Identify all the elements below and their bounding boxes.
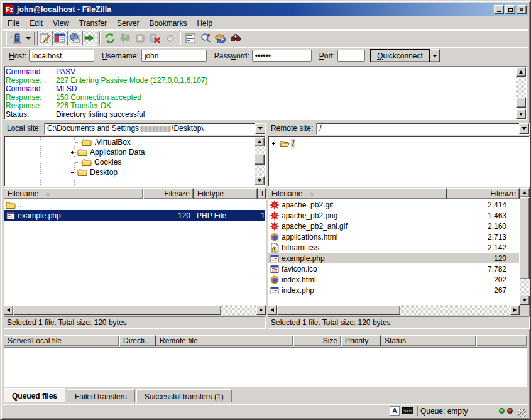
disconnect-button[interactable] [148,31,163,46]
column-header-filetype[interactable]: Filetype [194,188,258,199]
refresh-button[interactable] [102,31,118,46]
file-row[interactable]: apache_pb2.png 1,463 [268,210,519,221]
resize-grip[interactable] [518,409,526,417]
local-hscrollbar[interactable] [4,305,266,315]
directory-comparison-button[interactable] [198,31,213,46]
port-label: Port: [319,52,335,60]
column-header-remote-file[interactable]: Remote file [156,335,293,346]
menu-server[interactable]: Server [112,18,144,29]
local-site-combo[interactable]: C:\Documents and Settings\Desktop\ [44,123,266,135]
quickconnect-button[interactable]: Quickconnect [370,49,430,62]
column-header-filesize[interactable]: Filesize [447,188,520,199]
scroll-left-button[interactable] [4,305,13,315]
scroll-up-button[interactable] [255,137,265,146]
scroll-right-button[interactable] [510,305,520,315]
file-row[interactable]: .. [4,199,265,210]
local-file-list: .. example.php 120 PHP File 1 [4,199,266,305]
remote-directory-tree: / [268,136,530,187]
file-row[interactable]: bitnami.css 2,142 [268,242,519,253]
menu-transfer[interactable]: Transfer [74,18,112,29]
quickconnect-dropdown[interactable] [430,49,440,62]
scroll-thumb[interactable] [516,97,526,108]
file-row[interactable]: favicon.ico 7,782 [268,263,519,274]
speed-limits-icon[interactable]: SPD [402,407,413,414]
scroll-thumb[interactable] [278,305,400,315]
menu-help[interactable]: Help [192,18,217,29]
filter-icon [184,32,197,45]
tab-failed-transfers[interactable]: Failed transfers [67,389,135,402]
column-header-priority[interactable]: Priority [341,335,381,346]
site-manager-dropdown[interactable] [24,31,32,45]
file-row[interactable]: index.html 202 [268,274,519,285]
combo-dropdown-button[interactable] [519,123,529,134]
file-row[interactable]: index.php 267 [268,285,519,296]
data-type-indicator-icon[interactable]: A [390,406,400,416]
tree-item[interactable]: Desktop [5,167,255,177]
scroll-down-button[interactable] [255,176,265,185]
toggle-message-log-button[interactable] [37,31,52,46]
php-file-icon [270,253,280,263]
expand-icon[interactable] [271,141,276,146]
maximize-button[interactable] [505,5,515,14]
log-scrollbar[interactable] [516,67,526,119]
reconnect-icon [164,32,177,45]
cancel-operation-button[interactable] [133,31,148,46]
file-row[interactable]: apache_pb2_ani.gif 2,160 [268,221,519,231]
column-header-filesize[interactable]: Filesize [143,188,194,199]
status-bar: A SPD Queue: empty [3,404,528,417]
column-header-filename[interactable]: Filename [268,188,447,199]
toggle-directory-trees-button[interactable] [52,31,67,46]
remote-vscrollbar[interactable] [520,188,530,305]
scroll-thumb[interactable] [520,197,530,279]
collapse-icon[interactable] [70,170,75,175]
find-files-button[interactable] [228,31,243,46]
combo-dropdown-button[interactable] [255,123,265,134]
password-input[interactable] [252,50,312,62]
host-input[interactable] [29,50,94,62]
synchronized-browsing-button[interactable] [213,31,228,46]
menu-edit[interactable]: Edit [25,18,48,29]
toggle-directory-pane-button[interactable] [67,31,82,46]
scroll-up-button[interactable] [516,67,526,77]
scroll-left-button[interactable] [268,305,277,315]
file-row-selected[interactable]: example.php 120 PHP File 1 [4,210,265,221]
close-button[interactable]: ✕ [517,5,527,14]
port-input[interactable] [337,50,365,62]
reconnect-button[interactable] [163,31,178,46]
menu-bookmarks[interactable]: Bookmarks [144,18,192,29]
minimize-button[interactable] [494,5,504,14]
scroll-down-button[interactable] [520,296,530,305]
tree-item[interactable]: Application Data [5,147,255,157]
site-manager-button[interactable] [9,31,24,46]
file-row[interactable]: apache_pb2.gif 2,414 [268,199,519,210]
process-queue-button[interactable] [118,31,133,46]
tab-queued-files[interactable]: Queued files [4,388,65,402]
menu-view[interactable]: View [48,18,74,29]
tree-item[interactable]: / [271,138,529,148]
menu-file[interactable]: File [3,18,25,29]
username-label: Username: [102,52,139,60]
column-header-lastmodified[interactable]: L [258,188,266,199]
filter-button[interactable] [183,31,198,46]
column-header-direction[interactable]: Directi... [119,335,156,346]
scroll-right-button[interactable] [256,305,266,315]
tree-item[interactable]: .VirtualBox [5,137,255,147]
remote-hscrollbar[interactable] [268,305,520,315]
tree-item[interactable]: Cookies [5,157,255,167]
file-row-selected[interactable]: example.php 120 [268,253,519,263]
expand-icon[interactable] [70,150,75,155]
local-tree-scrollbar[interactable] [255,137,265,185]
column-header-size[interactable]: Size [293,335,341,346]
column-header-filename[interactable]: Filename [4,188,143,199]
column-header-server-local-file[interactable]: Server/Local file [4,335,119,346]
scroll-down-button[interactable] [516,109,526,119]
file-row[interactable]: applications.html 2,713 [268,231,519,242]
column-header-status[interactable]: Status [381,335,476,346]
username-input[interactable] [141,50,207,62]
scroll-up-button[interactable] [520,188,530,197]
toggle-transfer-queue-button[interactable] [82,31,97,46]
remote-site-combo[interactable]: / [316,123,530,135]
scroll-thumb[interactable] [255,155,265,165]
tab-successful-transfers[interactable]: Successful transfers (1) [136,389,232,402]
scroll-thumb[interactable] [14,305,221,315]
